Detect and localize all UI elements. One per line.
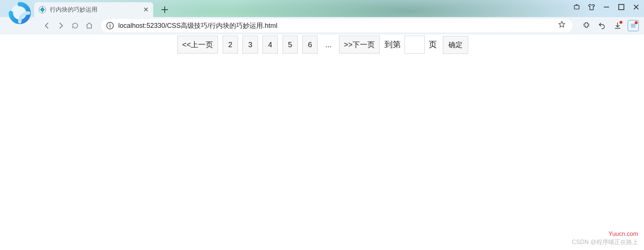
address-input[interactable] xyxy=(118,22,558,29)
goto-confirm-button[interactable]: 确定 xyxy=(443,36,468,54)
browser-tab[interactable]: 行内块的巧妙运用 ✕ xyxy=(34,2,153,17)
page-number-button[interactable]: 6 xyxy=(302,36,318,53)
notification-dot-icon xyxy=(635,21,638,24)
window-controls xyxy=(573,3,640,11)
page-body: <<上一页 2 3 4 5 6 ... >>下一页 到第 页 确定 xyxy=(0,34,644,54)
bookmark-star-icon[interactable] xyxy=(558,20,566,30)
toolbar-right-icons xyxy=(579,20,639,31)
goto-page-input[interactable] xyxy=(405,36,425,53)
svg-rect-3 xyxy=(619,4,624,10)
pagination-ellipsis: ... xyxy=(321,36,336,54)
svg-rect-2 xyxy=(574,5,579,9)
tab-title: 行内块的巧妙运用 xyxy=(50,6,97,14)
goto-suffix-label: 页 xyxy=(429,36,437,53)
back-button[interactable] xyxy=(41,20,53,32)
forward-button[interactable] xyxy=(55,20,67,32)
home-button[interactable] xyxy=(83,20,95,32)
new-tab-button[interactable] xyxy=(159,4,170,15)
watermark-site: Yuucn.com xyxy=(609,231,638,237)
page-number-button[interactable]: 3 xyxy=(242,36,258,53)
extensions-icon[interactable] xyxy=(581,20,592,31)
next-page-button[interactable]: >>下一页 xyxy=(339,36,380,53)
browser-toolbar: i xyxy=(0,17,644,34)
menu-button[interactable] xyxy=(628,20,639,31)
screenshot-icon[interactable] xyxy=(573,3,581,11)
site-info-icon[interactable]: i xyxy=(106,22,114,29)
tshirt-icon[interactable] xyxy=(587,3,596,11)
notification-dot-icon xyxy=(619,21,622,24)
page-number-button[interactable]: 4 xyxy=(263,36,278,53)
minimize-icon[interactable] xyxy=(602,3,611,11)
page-number-button[interactable]: 2 xyxy=(223,36,238,53)
prev-page-button[interactable]: <<上一页 xyxy=(177,36,218,53)
address-bar[interactable]: i xyxy=(101,19,573,32)
watermark-credit: CSDN @程序喵正在路上 xyxy=(572,238,638,246)
maximize-icon[interactable] xyxy=(617,3,625,11)
close-icon[interactable] xyxy=(632,3,640,11)
page-number-button[interactable]: 5 xyxy=(283,36,298,53)
downloads-icon[interactable] xyxy=(612,20,623,31)
undo-icon[interactable] xyxy=(596,20,608,31)
tab-favicon-icon xyxy=(39,6,46,13)
tab-close-icon[interactable]: ✕ xyxy=(142,6,149,14)
tab-strip: 行内块的巧妙运用 ✕ xyxy=(0,0,644,17)
reload-button[interactable] xyxy=(69,20,81,32)
browser-chrome: 行内块的巧妙运用 ✕ xyxy=(0,0,644,34)
browser-logo-icon xyxy=(7,1,32,25)
goto-prefix-label: 到第 xyxy=(384,36,401,53)
